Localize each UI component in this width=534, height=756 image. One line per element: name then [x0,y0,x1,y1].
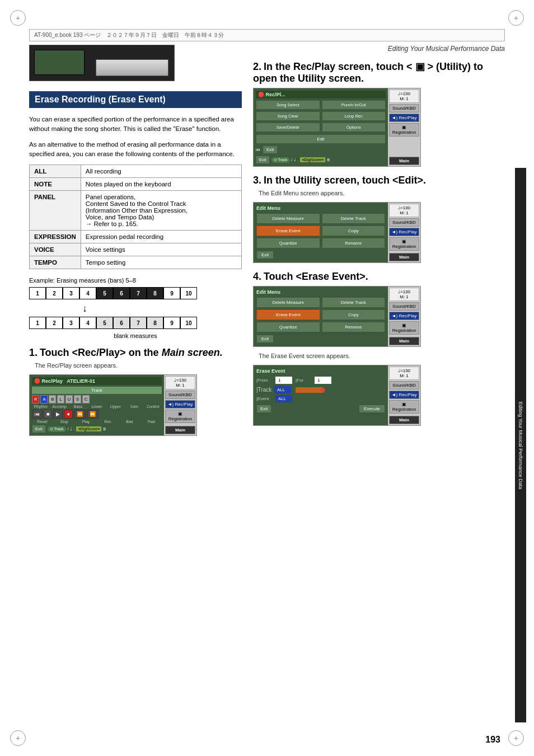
delete-track-btn[interactable]: Delete Track [322,213,386,224]
esb3-reg[interactable]: ▣ Registration [389,400,419,414]
l-btn[interactable]: L [57,395,64,403]
for-field[interactable]: 1 [315,377,331,384]
esb2-rec[interactable]: ◄) Rec/Play [389,312,419,320]
table-row: VOICEVoice settings [30,243,242,256]
table-key: EXPRESSION [30,231,81,243]
bar-cell-before-3: 4 [79,287,96,299]
section-title: Erase Recording (Erase Event) [29,91,242,108]
bar-cell-after-5: 6 [113,317,130,329]
quantize-btn-2[interactable]: Quantize [256,322,320,332]
registration-btn[interactable]: ▣ Registration [165,410,195,423]
bar-cell-before-6: 7 [130,287,147,299]
rename-btn[interactable]: Rename [322,238,386,248]
utility-title: 🔴 Rec/Pl... [256,91,386,98]
sb-sound[interactable]: Sound/KBD [389,104,419,112]
rename-btn-2[interactable]: Rename [322,322,386,332]
back-btn[interactable]: ⏪ [74,410,86,419]
esb-rec[interactable]: ◄) Rec/Play [389,228,419,236]
ctrl-labels: Reset Stop Play Rec Bad Fwd [32,420,162,424]
fwd-btn[interactable]: ⏩ [87,410,99,419]
track-field[interactable]: ALL [274,386,291,393]
intro-p2: As an alternative to the method of erasi… [29,140,242,159]
table-value: All recording [81,165,241,178]
track-label: |Track [256,387,272,393]
copy-btn-1[interactable]: Copy [322,226,386,236]
stop-btn[interactable]: ■ [44,410,52,419]
utility-main: 🔴 Rec/Pl... Song Select Punch In/Out Son… [254,88,388,166]
bar-diagram-after: 12345678910 [29,317,242,329]
esb-reg[interactable]: ▣ Registration [389,237,419,251]
exit-btn[interactable]: Exit [32,425,46,433]
reset-row: ⏮ Exit [256,145,386,154]
utility-counter: ♩=130M: 1 [389,90,419,103]
quantize-btn[interactable]: Quantize [256,238,320,248]
esb-main[interactable]: Main [389,253,419,261]
esb3-main[interactable]: Main [389,416,419,424]
options-btn[interactable]: Options [322,123,386,132]
esb2-sound[interactable]: Sound/KBD [389,302,419,311]
song-select-btn[interactable]: Song Select [256,100,320,110]
delete-measure-btn-2[interactable]: Delete Measure [256,297,320,308]
event-field[interactable]: ALL [275,395,292,402]
esb3-sound[interactable]: Sound/KBD [389,381,419,389]
delete-measure-btn[interactable]: Delete Measure [256,213,320,224]
r-btn[interactable]: R [32,395,39,403]
table-row: EXPRESSIONExpression pedal recording [30,231,242,243]
erase-exit-btn[interactable]: Exit [256,405,271,413]
step-3-action: In the Utility screen, touch <Edit>. [264,175,426,186]
copy-btn-2[interactable]: Copy [322,309,386,320]
rec-btn[interactable]: ● [64,410,72,419]
track-labels: Rhythm Accomp Bass Lower Upper Solo Cont… [32,405,162,408]
utility-screen: 🔴 Rec/Pl... Song Select Punch In/Out Son… [253,88,421,167]
edit-counter: ♩=130M: 1 [389,204,419,217]
save-delete-btn[interactable]: Save/Delete [256,123,320,132]
esb-sound[interactable]: Sound/KBD [389,218,419,227]
edit-exit-btn[interactable]: Exit [256,251,274,259]
track-btn[interactable]: ⊙ Track [271,157,290,163]
s-btn[interactable]: S [74,395,81,403]
arrow-down: ↓ [29,303,242,314]
sb-main[interactable]: Main [389,157,419,165]
edit-menu-screen-2: Edit Menu Delete Measure Delete Track Er… [253,286,421,347]
bar-cell-after-3: 4 [79,317,96,329]
rec-play-btn[interactable]: ◄) Rec/Play [165,400,195,408]
edit-btn[interactable]: Edit [256,134,386,144]
track-circle[interactable]: ⊙ Track [48,426,66,432]
a-btn[interactable]: A [40,395,48,403]
b-btn[interactable]: B [49,395,56,403]
delete-track-btn-2[interactable]: Delete Track [322,297,386,308]
left-column: Erase Recording (Erase Event) You can er… [29,45,242,727]
skip-back[interactable]: ⏮ [32,410,43,419]
c-btn[interactable]: C [82,395,90,403]
event-label: |Event [256,396,272,401]
u-btn[interactable]: U [65,395,73,403]
esb3-rec[interactable]: ◄) Rec/Play [389,391,419,399]
execute-btn[interactable]: Execute [359,405,385,413]
loop-rec-btn[interactable]: Loop Rec [322,111,386,121]
page-number: 193 [485,735,500,745]
exit-btn-2[interactable]: Exit [263,145,278,154]
menu-icon[interactable]: ≡ [103,426,106,432]
sb-reg[interactable]: ▣ Registration [389,123,419,137]
side-tab: Editing Your Musical Performance Data [515,168,526,722]
esb2-reg[interactable]: ▣ Registration [389,321,419,335]
exit-btn-3[interactable]: Exit [256,156,270,164]
song-clear-btn[interactable]: Song Clear [256,111,320,121]
erase-event-title: Erase Event [256,368,385,374]
edit-counter-2: ♩=130M: 1 [389,288,419,301]
step-1-action: Touch <Rec/Play> on the Main screen. [40,347,223,358]
step-4-result: The Erase Event screen appears. [253,353,505,359]
erase-event-btn[interactable]: Erase Event [256,226,320,236]
play-btn[interactable]: ▶ [53,410,63,419]
utility-grid: Song Select Punch In/Out Song Clear Loop… [256,100,386,132]
punch-in-btn[interactable]: Punch In/Out [322,100,386,110]
edit-exit-btn-2[interactable]: Exit [256,335,274,343]
erase-event-btn-2[interactable]: Erase Event [256,309,320,320]
main-btn[interactable]: Main [165,426,195,434]
edit-menu-grid-2: Delete Measure Delete Track Erase Event … [256,297,385,332]
from-field[interactable]: 1 [275,377,292,384]
sb-rec[interactable]: ◄) Rec/Play [389,114,419,122]
sound-kbd-btn[interactable]: Sound/KBD [165,391,195,399]
esb2-main[interactable]: Main [389,337,419,345]
corner-mark-br [508,730,524,746]
